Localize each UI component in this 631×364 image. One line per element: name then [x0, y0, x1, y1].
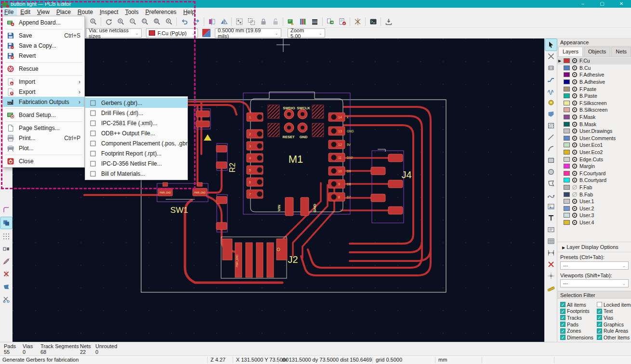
layer-visible-eye-icon[interactable] [572, 58, 578, 64]
layer-visible-eye-icon[interactable] [572, 163, 578, 169]
layer-color-swatch[interactable] [564, 157, 570, 162]
maximize-button[interactable]: ▢ [592, 0, 612, 8]
menu-item-plot[interactable]: Plot... [3, 143, 84, 153]
tab-layers[interactable]: Layers [558, 47, 583, 56]
layer-row-f-adhesive[interactable]: F.Adhesive [557, 71, 631, 78]
menu-item-component-placement-pos-gbr[interactable]: Component Placement (.pos, .gbr)... [85, 138, 187, 148]
layer-row-user-3[interactable]: User.3 [557, 212, 631, 219]
filter-item-rule-areas[interactable]: ✓Rule Areas [597, 327, 631, 334]
menu-item-gerbers-gbr[interactable]: Gerbers (.gbr)... [85, 98, 187, 108]
menu-tools[interactable]: Tools [122, 8, 142, 16]
zoom-in-button[interactable] [115, 16, 127, 27]
checkbox-tracks[interactable]: ✓ [560, 315, 565, 320]
via-size-dropdown[interactable]: Via: use netclass sizes⌄ [86, 28, 142, 38]
layer-color-swatch[interactable] [564, 171, 570, 176]
ungroup-items-button[interactable] [245, 16, 257, 27]
layer-color-swatch[interactable] [564, 87, 570, 91]
group-items-button[interactable] [233, 16, 245, 27]
zoom-out-button[interactable] [127, 16, 139, 27]
layer-presentation-button[interactable] [309, 16, 321, 27]
layer-visible-eye-icon[interactable] [572, 86, 578, 92]
delete-tool-button[interactable] [545, 259, 557, 270]
filter-item-dimensions[interactable]: ✓Dimensions [560, 334, 597, 341]
layer-visible-eye-icon[interactable] [572, 65, 578, 71]
layer-visible-eye-icon[interactable] [572, 156, 578, 162]
filter-item-all-items[interactable]: ✓All items [560, 301, 597, 308]
menu-item-drill-files-drl[interactable]: Drill Files (.drl)... [85, 108, 187, 118]
layer-color-swatch[interactable] [564, 199, 570, 204]
layer-visible-eye-icon[interactable] [572, 72, 578, 78]
layer-row-f-mask[interactable]: F.Mask [557, 114, 631, 121]
layer-row-b-mask[interactable]: B.Mask [557, 120, 631, 128]
add-rule-area-tool-button[interactable] [545, 120, 557, 131]
scripting-console-button[interactable] [367, 16, 379, 27]
layer-visible-eye-icon[interactable] [572, 93, 578, 99]
layer-row-user-4[interactable]: User.4 [557, 219, 631, 226]
layer-visible-eye-icon[interactable] [572, 114, 578, 120]
menu-route[interactable]: Route [74, 8, 96, 16]
menu-item-odb-output-file[interactable]: ODB++ Output File... [85, 128, 187, 138]
undo-button[interactable] [178, 16, 190, 27]
layer-visible-eye-icon[interactable] [572, 212, 578, 218]
layer-color-swatch[interactable] [564, 220, 570, 225]
flip-board-view-button[interactable] [206, 16, 218, 27]
layer-row-f-courtyard[interactable]: F.Courtyard [557, 170, 631, 177]
route-tracks-tool-button[interactable] [545, 74, 557, 85]
layer-color-swatch[interactable] [564, 164, 570, 169]
zoom-dropdown[interactable]: Zoom 5.00⌄ [288, 28, 325, 38]
checkbox-vias[interactable]: ✓ [597, 315, 602, 320]
grid-origin-tool-button[interactable] [545, 270, 557, 282]
draw-polygon-tool-button[interactable] [545, 178, 557, 189]
layer-row-margin[interactable]: Margin [557, 163, 631, 170]
layer-visible-eye-icon[interactable] [572, 170, 578, 176]
layer-color-swatch[interactable] [564, 58, 570, 63]
filter-item-other-items[interactable]: ✓Other items [597, 334, 631, 341]
refresh-view-button[interactable] [103, 16, 115, 27]
add-text-tool-button[interactable] [545, 212, 557, 224]
add-image-tool-button[interactable] [545, 201, 557, 212]
sketch-mode-button[interactable] [0, 256, 12, 267]
design-rules-checker-button[interactable] [336, 16, 348, 27]
checkbox-all-items[interactable]: ✓ [560, 302, 565, 307]
checkbox-locked-items[interactable] [597, 302, 602, 307]
menu-item-save-a-copy[interactable]: Save a Copy... [3, 40, 84, 51]
menu-view[interactable]: View [34, 8, 53, 16]
draw-rectangle-tool-button[interactable] [545, 155, 557, 166]
ratsnest-button[interactable] [352, 16, 364, 27]
filter-item-pads[interactable]: ✓Pads [560, 321, 597, 328]
layer-row-edge-cuts[interactable]: Edge.Cuts [557, 156, 631, 163]
layer-visible-eye-icon[interactable] [572, 220, 578, 225]
menu-item-append-board[interactable]: Append Board... [3, 17, 84, 27]
menu-item-save[interactable]: SaveCtrl+S [3, 30, 84, 40]
layer-row-f-silkscreen[interactable]: F.Silkscreen [557, 100, 631, 107]
layer-row-b-paste[interactable]: B.Paste [557, 92, 631, 100]
layer-color-swatch[interactable] [564, 178, 570, 182]
checkbox-pads[interactable]: ✓ [560, 322, 565, 327]
inactive-layer-mode-button[interactable] [0, 294, 12, 305]
checkbox-other-items[interactable]: ✓ [597, 335, 602, 340]
draw-bezier-tool-button[interactable] [545, 189, 557, 201]
filter-item-graphics[interactable]: ✓Graphics [597, 321, 631, 328]
zoom-to-selection-button[interactable] [139, 16, 151, 27]
presets-dropdown[interactable]: ---⌄ [560, 261, 629, 270]
footprint-library-button[interactable] [297, 16, 309, 27]
layer-row-b-courtyard[interactable]: B.Courtyard [557, 177, 631, 184]
menu-item-revert[interactable]: Revert [3, 51, 84, 61]
layer-color-swatch[interactable] [564, 122, 570, 127]
add-table-tool-button[interactable] [545, 235, 557, 247]
menu-item-bill-of-materials[interactable]: Bill of Materials... [85, 169, 187, 179]
select-tool-button[interactable] [545, 39, 557, 51]
menu-inspect[interactable]: Inspect [96, 8, 122, 16]
filter-item-tracks[interactable]: ✓Tracks [560, 314, 597, 321]
layer-row-f-fab[interactable]: F.Fab [557, 184, 631, 191]
layer-visible-eye-icon[interactable] [572, 142, 578, 148]
layer-color-swatch[interactable] [564, 101, 570, 105]
layer-color-swatch[interactable] [564, 150, 570, 155]
layer-color-swatch[interactable] [564, 136, 570, 141]
menu-item-print[interactable]: Print...Ctrl+P [3, 133, 84, 143]
layer-color-swatch[interactable] [564, 93, 570, 98]
lock-button[interactable] [257, 16, 269, 27]
menu-item-ipc-2581-file-xml[interactable]: IPC-2581 File (.xml)... [85, 118, 187, 128]
filter-item-vias[interactable]: ✓Vias [597, 314, 631, 321]
menu-help[interactable]: Help [180, 8, 198, 16]
